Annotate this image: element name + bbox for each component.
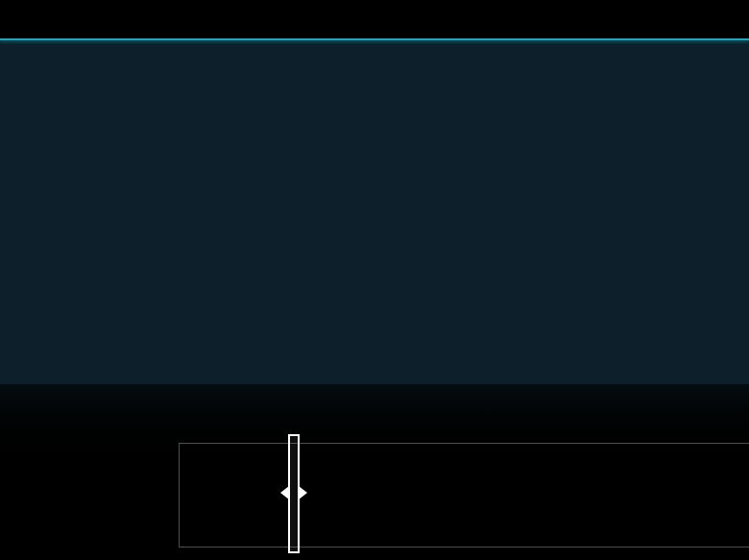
cursor-left-arrow-icon[interactable] (280, 486, 289, 499)
tendernoise-app (0, 0, 749, 560)
cursor-right-arrow-icon[interactable] (299, 486, 307, 499)
timeline-chart[interactable] (179, 443, 749, 548)
timeline-cursor[interactable] (288, 434, 300, 553)
header (0, 0, 749, 38)
header-accent-line (0, 38, 749, 40)
